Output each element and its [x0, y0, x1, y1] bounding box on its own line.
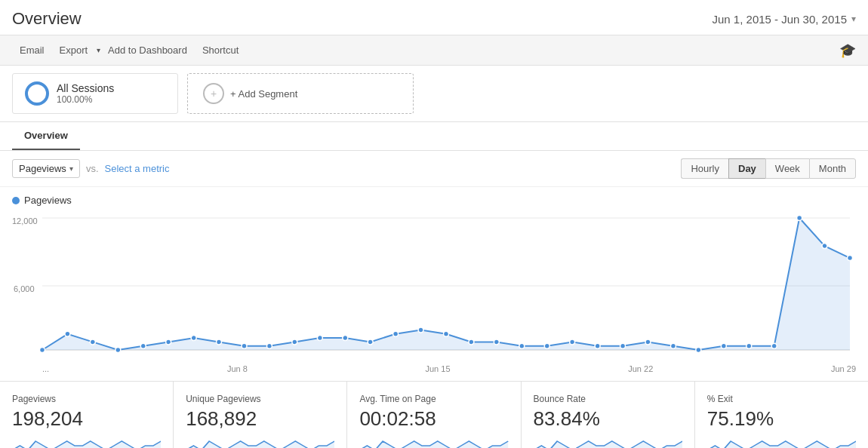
chart-svg: 12,000 6,000	[12, 210, 856, 361]
svg-point-25	[544, 343, 549, 348]
stat-value: 00:02:58	[359, 407, 508, 431]
svg-point-27	[595, 343, 600, 348]
export-button[interactable]: Export	[52, 41, 96, 59]
svg-point-12	[217, 339, 222, 345]
stat-sparkline	[707, 437, 856, 448]
segment-name: All Sessions	[57, 82, 114, 94]
svg-point-23	[494, 339, 499, 345]
segment-percent: 100.00%	[57, 94, 114, 105]
export-dropdown[interactable]: Export ▾	[52, 41, 101, 59]
stat-sparkline	[186, 437, 334, 448]
legend-dot-icon	[12, 197, 20, 204]
svg-point-9	[140, 343, 146, 348]
svg-point-5	[40, 348, 45, 353]
select-metric-link[interactable]: Select a metric	[105, 163, 170, 174]
svg-point-24	[519, 343, 525, 348]
svg-point-30	[670, 343, 676, 348]
stat-item: % Exit 75.19%	[695, 382, 868, 448]
stat-item: Avg. Time on Page 00:02:58	[347, 382, 521, 448]
add-segment-circle-icon: +	[203, 83, 224, 104]
svg-point-7	[90, 339, 95, 345]
svg-point-8	[115, 348, 121, 353]
stat-label: Avg. Time on Page	[359, 394, 508, 404]
svg-point-19	[393, 331, 399, 336]
svg-point-28	[620, 343, 626, 348]
add-to-dashboard-button[interactable]: Add to Dashboard	[100, 41, 195, 59]
time-btn-hourly[interactable]: Hourly	[681, 158, 728, 179]
svg-point-32	[721, 343, 726, 348]
stat-item: Unique Pageviews 168,892	[174, 382, 347, 448]
svg-point-34	[771, 343, 777, 348]
svg-point-37	[848, 256, 853, 261]
svg-point-18	[368, 339, 373, 345]
stat-label: % Exit	[707, 394, 856, 404]
stats-row: Pageviews 198,204 Unique Pageviews 168,8…	[0, 381, 868, 448]
legend-label: Pageviews	[24, 195, 72, 206]
time-buttons: Hourly Day Week Month	[681, 158, 856, 179]
chart-controls: Pageviews ▾ vs. Select a metric Hourly D…	[0, 151, 868, 187]
stat-label: Unique Pageviews	[186, 394, 334, 404]
stat-value: 168,892	[186, 407, 334, 431]
svg-point-31	[696, 348, 701, 353]
stat-label: Bounce Rate	[534, 394, 682, 404]
svg-point-22	[469, 339, 474, 345]
svg-text:12,000: 12,000	[12, 216, 38, 226]
svg-point-21	[444, 331, 449, 336]
toolbar: Email Export ▾ Add to Dashboard Shortcut…	[0, 35, 868, 66]
svg-point-35	[797, 216, 802, 221]
stat-item: Bounce Rate 83.84%	[522, 382, 695, 448]
svg-point-29	[645, 339, 651, 345]
stat-sparkline	[534, 437, 682, 448]
metric-arrow-icon: ▾	[69, 164, 73, 173]
date-range-chevron-icon: ▾	[851, 14, 856, 24]
chart-x-labels: ... Jun 8 Jun 15 Jun 22 Jun 29	[12, 361, 856, 373]
svg-point-13	[242, 343, 247, 348]
chart-legend: Pageviews	[12, 195, 856, 206]
toolbar-right: 🎓	[839, 42, 856, 59]
svg-point-16	[317, 336, 322, 341]
svg-point-14	[266, 343, 272, 348]
metric-dropdown[interactable]: Pageviews ▾	[12, 159, 80, 178]
top-header: Overview Jun 1, 2015 - Jun 30, 2015 ▾	[0, 0, 868, 35]
chart-area: Pageviews 12,000 6,000 ... Jun 8 Jun 15 …	[0, 187, 868, 373]
tab-overview[interactable]: Overview	[12, 122, 80, 150]
shortcut-button[interactable]: Shortcut	[195, 41, 246, 59]
stat-label: Pageviews	[12, 394, 161, 404]
vs-label: vs.	[86, 163, 99, 174]
add-segment-button[interactable]: + + Add Segment	[187, 73, 414, 114]
stat-value: 75.19%	[707, 407, 856, 431]
svg-point-36	[822, 244, 827, 249]
date-range-text: Jun 1, 2015 - Jun 30, 2015	[713, 13, 847, 26]
stat-item: Pageviews 198,204	[0, 382, 174, 448]
stat-sparkline	[12, 437, 161, 448]
x-label-2: Jun 8	[227, 364, 248, 373]
x-label-3: Jun 15	[426, 364, 451, 373]
stat-sparkline	[359, 437, 508, 448]
svg-text:6,000: 6,000	[14, 284, 35, 293]
x-label-1: ...	[42, 364, 49, 373]
metric-selector: Pageviews ▾ vs. Select a metric	[12, 159, 169, 178]
date-range[interactable]: Jun 1, 2015 - Jun 30, 2015 ▾	[713, 13, 856, 26]
svg-point-17	[343, 336, 348, 341]
time-btn-week[interactable]: Week	[765, 158, 809, 179]
segments-bar: All Sessions 100.00% + + Add Segment	[0, 66, 868, 122]
svg-point-33	[746, 343, 752, 348]
x-label-4: Jun 22	[628, 364, 653, 373]
stat-value: 83.84%	[534, 407, 682, 431]
svg-point-20	[418, 327, 423, 333]
segment-all-sessions: All Sessions 100.00%	[12, 73, 178, 114]
svg-point-10	[166, 339, 171, 345]
svg-point-26	[570, 339, 575, 345]
svg-point-6	[65, 331, 70, 336]
x-label-5: Jun 29	[831, 364, 856, 373]
chart-container: 12,000 6,000	[12, 210, 856, 361]
graduation-icon: 🎓	[839, 43, 856, 58]
segment-text: All Sessions 100.00%	[57, 82, 114, 105]
metric-label: Pageviews	[19, 163, 66, 174]
email-button[interactable]: Email	[12, 41, 52, 59]
time-btn-day[interactable]: Day	[728, 158, 765, 179]
time-btn-month[interactable]: Month	[809, 158, 856, 179]
svg-point-15	[292, 339, 297, 345]
segment-icon	[25, 81, 49, 106]
add-segment-label: + Add Segment	[230, 88, 297, 100]
